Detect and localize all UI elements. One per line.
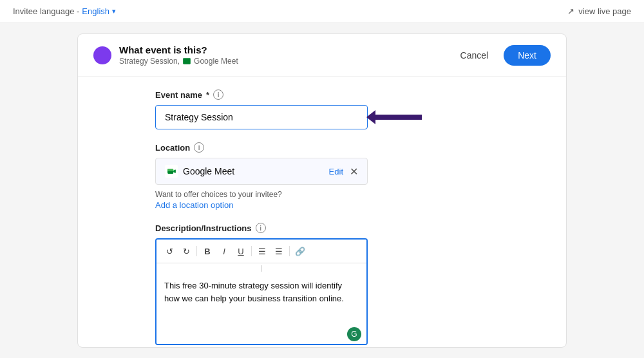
location-edit-button[interactable]: Edit (329, 167, 343, 176)
location-name: Google Meet (183, 166, 234, 176)
editor-footer: G (156, 325, 366, 344)
link-button[interactable]: 🔗 (292, 243, 308, 259)
svg-rect-1 (375, 115, 422, 120)
arrow-annotation (355, 108, 426, 127)
required-indicator: * (206, 90, 209, 100)
location-label: Location i (155, 142, 502, 153)
undo-button[interactable]: ↺ (162, 243, 177, 259)
event-type-icon (93, 46, 111, 64)
top-bar: Invitee language - English ▾ ↗ view live… (0, 0, 644, 23)
event-name-input[interactable] (155, 105, 368, 129)
description-text: This free 30-minute strategy session wil… (164, 281, 344, 303)
subtitle-location: Google Meet (194, 57, 238, 66)
editor-toolbar: ↺ ↻ B I U ☰ ☰ 🔗 (156, 240, 366, 263)
subtitle-event: Strategy Session, (119, 57, 180, 66)
toolbar-separator-3 (289, 246, 290, 256)
card-header: What event is this? Strategy Session, Go… (78, 34, 566, 77)
toolbar-separator-2 (251, 246, 252, 256)
italic-button[interactable]: I (216, 243, 232, 259)
next-button[interactable]: Next (504, 45, 551, 66)
card-header-actions: Cancel Next (453, 45, 551, 66)
main-container: What event is this? Strategy Session, Go… (0, 23, 644, 358)
arrow-icon (355, 108, 426, 127)
event-name-info-icon[interactable]: i (213, 90, 223, 100)
bold-button[interactable]: B (200, 243, 215, 259)
svg-marker-0 (366, 110, 375, 124)
language-selector[interactable]: Invitee language - English ▾ (13, 6, 116, 16)
language-link[interactable]: English (82, 6, 109, 16)
location-section: Location i Google (155, 142, 502, 210)
card-subtitle: Strategy Session, Google Meet (119, 57, 238, 66)
event-name-section: Event name * i (155, 90, 502, 129)
language-label: Invitee language - (13, 6, 79, 16)
event-name-label: Event name * i (155, 90, 502, 100)
location-box: Google Meet Edit ✕ (155, 158, 368, 185)
align-left-button[interactable]: ☰ (254, 243, 270, 259)
gemini-icon[interactable]: G (347, 327, 361, 341)
location-info-icon[interactable]: i (194, 142, 204, 153)
card-header-left: What event is this? Strategy Session, Go… (93, 44, 238, 66)
google-meet-icon (165, 165, 178, 178)
view-live-page-button[interactable]: ↗ view live page (567, 6, 631, 16)
add-location-link[interactable]: Add a location option (155, 200, 502, 210)
toolbar-separator-1 (196, 246, 197, 256)
description-editor: ↺ ↻ B I U ☰ ☰ 🔗 | This free 30-m (155, 238, 368, 345)
description-info-icon[interactable]: i (256, 223, 266, 233)
underline-button[interactable]: U (233, 243, 249, 259)
description-section: Description/Instructions i ↺ ↻ B I U ☰ ☰ (155, 223, 502, 345)
google-meet-mini-icon (182, 57, 191, 66)
event-form-card: What event is this? Strategy Session, Go… (77, 33, 567, 348)
external-link-icon: ↗ (567, 6, 574, 16)
description-label: Description/Instructions i (155, 223, 502, 233)
card-title: What event is this? (119, 44, 238, 55)
event-name-wrapper (155, 105, 502, 129)
resize-handle[interactable]: | (156, 263, 366, 273)
redo-button[interactable]: ↻ (178, 243, 194, 259)
location-hint: Want to offer choices to your invitee? (155, 190, 502, 199)
card-body: Event name * i (78, 77, 566, 347)
cancel-button[interactable]: Cancel (453, 46, 497, 64)
chevron-down-icon[interactable]: ▾ (112, 7, 116, 15)
description-content[interactable]: This free 30-minute strategy session wil… (156, 273, 366, 325)
location-remove-button[interactable]: ✕ (350, 165, 358, 178)
ordered-list-button[interactable]: ☰ (271, 243, 287, 259)
